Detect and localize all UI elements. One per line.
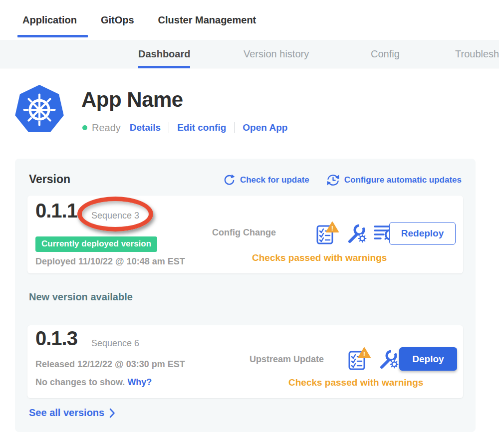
available-version-check-icons: ! <box>348 347 399 370</box>
version-source-label: Config Change <box>212 227 276 238</box>
edit-config-link[interactable]: Edit config <box>177 122 226 133</box>
details-link[interactable]: Details <box>130 122 161 133</box>
deployed-timestamp: Deployed 11/10/22 @ 10:48 am EST <box>35 256 185 267</box>
version-source-label: Upstream Update <box>250 354 324 365</box>
no-changes-text: No changes to show. <box>35 377 125 387</box>
tab-troubleshoot[interactable]: Troubleshoot <box>455 40 499 68</box>
configure-automatic-updates-label: Configure automatic updates <box>344 175 462 185</box>
configure-automatic-updates-link[interactable]: Configure automatic updates <box>326 174 462 187</box>
available-version-sequence: Sequence 6 <box>91 338 139 349</box>
current-version-number: 0.1.1 <box>35 200 77 222</box>
available-version-card: 0.1.3 Sequence 6 Released 12/12/22 @ 03:… <box>27 325 463 398</box>
refresh-icon <box>223 174 236 187</box>
tab-version-history[interactable]: Version history <box>244 40 309 68</box>
new-version-available-heading: New version available <box>29 291 133 303</box>
kubernetes-logo-icon <box>14 84 65 135</box>
page-title: App Name <box>81 88 183 112</box>
checks-warning-text: Checks passed with warnings <box>288 377 423 388</box>
top-nav-item-application[interactable]: Application <box>22 0 77 40</box>
current-version-sequence: Sequence 3 <box>91 211 139 221</box>
config-wrench-icon[interactable] <box>346 223 367 243</box>
preflight-checks-warning-icon[interactable]: ! <box>316 222 339 244</box>
app-status-row: Ready Details Edit config Open App <box>82 121 287 134</box>
check-for-update-label: Check for update <box>240 175 309 185</box>
version-heading: Version <box>29 173 70 186</box>
version-section: Version Check for update Configure autom… <box>15 159 476 432</box>
config-wrench-icon[interactable] <box>378 348 399 369</box>
top-nav-item-cluster-management[interactable]: Cluster Management <box>158 0 256 40</box>
deploy-button[interactable]: Deploy <box>399 347 457 371</box>
app-status-text: Ready <box>92 122 121 134</box>
svg-text:!: ! <box>331 224 333 232</box>
divider <box>234 122 235 133</box>
no-changes-line: No changes to show. Why? <box>35 377 152 388</box>
ready-status-dot-icon <box>82 125 87 130</box>
tab-dashboard[interactable]: Dashboard <box>138 40 190 68</box>
released-timestamp: Released 12/12/22 @ 03:30 pm EST <box>35 359 185 370</box>
svg-text:!: ! <box>363 350 365 358</box>
divider <box>169 122 169 133</box>
see-all-versions-label: See all versions <box>29 407 104 419</box>
admin-console-screen: Application GitOps Cluster Management Da… <box>0 0 499 448</box>
auto-update-clock-icon <box>326 174 340 187</box>
currently-deployed-badge: Currently deployed version <box>35 236 157 252</box>
top-nav-item-gitops[interactable]: GitOps <box>101 0 134 40</box>
checks-warning-text: Checks passed with warnings <box>252 252 387 263</box>
open-app-link[interactable]: Open App <box>243 122 287 133</box>
why-link[interactable]: Why? <box>127 377 152 387</box>
app-sub-nav: Dashboard Version history Config Trouble… <box>0 40 499 68</box>
available-version-number: 0.1.3 <box>35 327 77 350</box>
chevron-right-icon <box>109 408 115 418</box>
version-actions: Check for update Configure automatic upd… <box>223 174 462 187</box>
redeploy-button[interactable]: Redeploy <box>389 222 456 245</box>
preflight-checks-warning-icon[interactable]: ! <box>348 347 371 370</box>
tab-config[interactable]: Config <box>371 40 400 68</box>
see-all-versions-link[interactable]: See all versions <box>29 407 115 419</box>
top-nav: Application GitOps Cluster Management <box>0 0 499 40</box>
current-version-check-icons: ! <box>316 222 397 244</box>
current-version-card: 0.1.1 Sequence 3 Currently deployed vers… <box>27 196 463 273</box>
check-for-update-link[interactable]: Check for update <box>223 174 309 187</box>
